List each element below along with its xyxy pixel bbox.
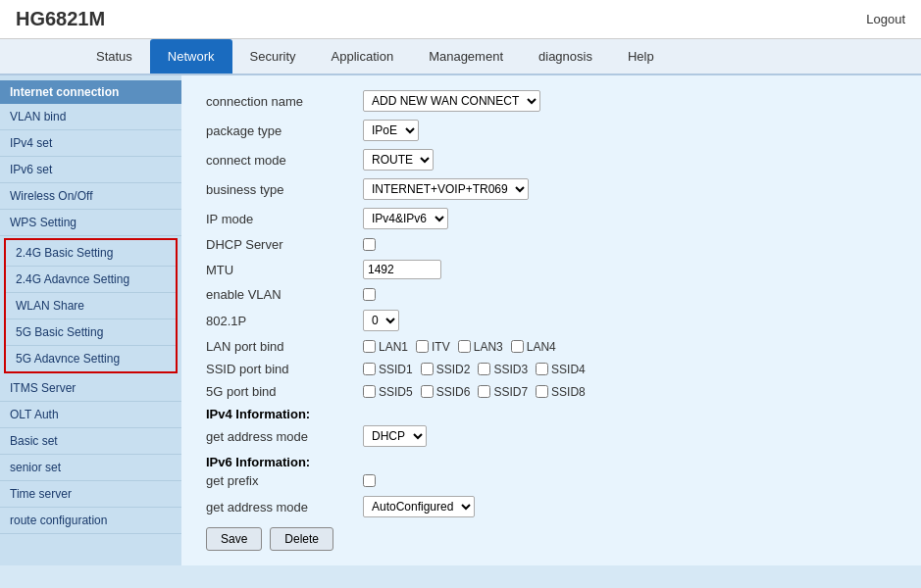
ipv6-address-mode-value: AutoConfigured [363,496,475,517]
fiveg-port-bind-value: SSID5 SSID6 SSID7 SSID8 [363,385,586,399]
sidebar-item-time-server[interactable]: Time server [0,481,181,508]
ssid8-checkbox[interactable] [536,385,548,398]
fiveg-port-bind-label: 5G port bind [206,384,363,399]
lan-port-lan1[interactable]: LAN1 [363,340,408,354]
ssid6-checkbox[interactable] [421,385,434,398]
nav-help[interactable]: Help [610,39,672,74]
ipv6-address-mode-select[interactable]: AutoConfigured [363,496,475,517]
ssid-port-bind-label: SSID port bind [206,362,363,376]
mtu-label: MTU [206,263,363,277]
nav-bar: Status Network Security Application Mana… [0,39,921,75]
ssid-port-bind-row: SSID port bind SSID1 SSID2 SSID3 SSID4 [206,362,896,376]
lan-port-itv[interactable]: ITV [416,340,450,354]
connection-name-value: ADD NEW WAN CONNECT [363,90,540,112]
enable-vlan-checkbox[interactable] [363,288,376,301]
sidebar-item-olt-auth[interactable]: OLT Auth [0,402,181,428]
lan-port-bind-value: LAN1 ITV LAN3 LAN4 [363,340,556,354]
sidebar-item-ipv6-set[interactable]: IPv6 set [0,157,181,183]
sidebar-item-5g-advance[interactable]: 5G Adavnce Setting [6,346,176,371]
get-prefix-checkbox[interactable] [363,474,376,487]
ssid1-checkbox[interactable] [363,363,376,375]
sidebar-item-vlan-bind[interactable]: VLAN bind [0,104,181,130]
dhcp-server-row: DHCP Server [206,237,896,252]
ipv4-address-mode-select[interactable]: DHCP [363,425,427,447]
connect-mode-select[interactable]: ROUTE [363,149,434,171]
sidebar-item-wps-setting[interactable]: WPS Setting [0,210,181,236]
ssid1-port[interactable]: SSID1 [363,363,413,376]
ipv4-address-mode-row: get address mode DHCP [206,425,896,447]
sidebar-item-itms-server[interactable]: ITMS Server [0,375,181,402]
ssid3-checkbox[interactable] [478,363,490,375]
sidebar-item-basic-set[interactable]: Basic set [0,428,181,455]
lan4-checkbox[interactable] [511,340,524,353]
get-prefix-row: get prefix [206,473,896,488]
lan1-checkbox[interactable] [363,340,376,353]
package-type-select[interactable]: IPoE [363,120,419,141]
ipv6-section-title: IPv6 Information: [206,455,896,469]
main-layout: Internet connection VLAN bind IPv4 set I… [0,75,921,565]
delete-button[interactable]: Delete [270,527,333,551]
ipv6-address-mode-label: get address mode [206,500,363,514]
b8021p-row: 802.1P 0 [206,310,896,331]
ssid4-checkbox[interactable] [536,363,548,375]
ssid5-port[interactable]: SSID5 [363,385,413,399]
mtu-row: MTU [206,260,896,279]
nav-diagnosis[interactable]: diagnosis [521,39,610,74]
fiveg-port-bind-row: 5G port bind SSID5 SSID6 SSID7 SSID8 [206,384,896,399]
lan3-checkbox[interactable] [458,340,471,353]
package-type-value: IPoE [363,120,419,141]
business-type-select[interactable]: INTERNET+VOIP+TR069 [363,178,529,200]
ssid5-checkbox[interactable] [363,385,376,398]
sidebar-item-5g-basic[interactable]: 5G Basic Setting [6,319,176,346]
b8021p-select[interactable]: 0 [363,310,399,331]
ssid2-checkbox[interactable] [421,363,434,375]
lan-port-lan3[interactable]: LAN3 [458,340,503,354]
ssid8-port[interactable]: SSID8 [536,385,586,399]
connect-mode-label: connect mode [206,153,363,168]
ssid-port-bind-value: SSID1 SSID2 SSID3 SSID4 [363,363,586,376]
sidebar-item-ipv4-set[interactable]: IPv4 set [0,130,181,157]
save-button[interactable]: Save [206,527,262,551]
b8021p-label: 802.1P [206,314,363,328]
get-prefix-value [363,474,376,487]
logout-button[interactable]: Logout [866,12,905,26]
b8021p-value: 0 [363,310,399,331]
dhcp-server-value [363,238,376,251]
ipv6-address-mode-row: get address mode AutoConfigured [206,496,896,517]
sidebar-item-2g-advance[interactable]: 2.4G Adavnce Setting [6,267,176,293]
business-type-row: business type INTERNET+VOIP+TR069 [206,178,896,200]
sidebar-item-route-config[interactable]: route configuration [0,508,181,534]
ipv4-address-mode-value: DHCP [363,425,427,447]
nav-network[interactable]: Network [150,39,232,74]
dhcp-server-checkbox[interactable] [363,238,376,251]
mtu-input[interactable] [363,260,441,279]
ssid6-port[interactable]: SSID6 [421,385,471,399]
header: HG6821M Logout [0,0,921,39]
dhcp-server-label: DHCP Server [206,237,363,252]
nav-management[interactable]: Management [411,39,521,74]
sidebar-item-wireless-onoff[interactable]: Wireless On/Off [0,183,181,210]
ip-mode-select[interactable]: IPv4&IPv6 [363,208,448,229]
sidebar-item-2g-basic[interactable]: 2.4G Basic Setting [6,240,176,267]
sidebar-item-wlan-share[interactable]: WLAN Share [6,293,176,319]
connect-mode-row: connect mode ROUTE [206,149,896,171]
itv-checkbox[interactable] [416,340,429,353]
enable-vlan-value [363,288,376,301]
lan-port-lan4[interactable]: LAN4 [511,340,556,354]
nav-security[interactable]: Security [232,39,314,74]
ssid3-port[interactable]: SSID3 [478,363,528,376]
ssid7-port[interactable]: SSID7 [478,385,528,399]
ip-mode-label: IP mode [206,212,363,226]
nav-status[interactable]: Status [78,39,150,74]
ssid4-port[interactable]: SSID4 [536,363,586,376]
business-type-label: business type [206,182,363,197]
content-area: connection name ADD NEW WAN CONNECT pack… [181,75,921,565]
sidebar-item-senior-set[interactable]: senior set [0,455,181,481]
ssid2-port[interactable]: SSID2 [421,363,471,376]
ssid7-checkbox[interactable] [478,385,490,398]
nav-application[interactable]: Application [314,39,412,74]
package-type-row: package type IPoE [206,120,896,141]
ip-mode-row: IP mode IPv4&IPv6 [206,208,896,229]
connection-name-select[interactable]: ADD NEW WAN CONNECT [363,90,540,112]
connect-mode-value: ROUTE [363,149,434,171]
